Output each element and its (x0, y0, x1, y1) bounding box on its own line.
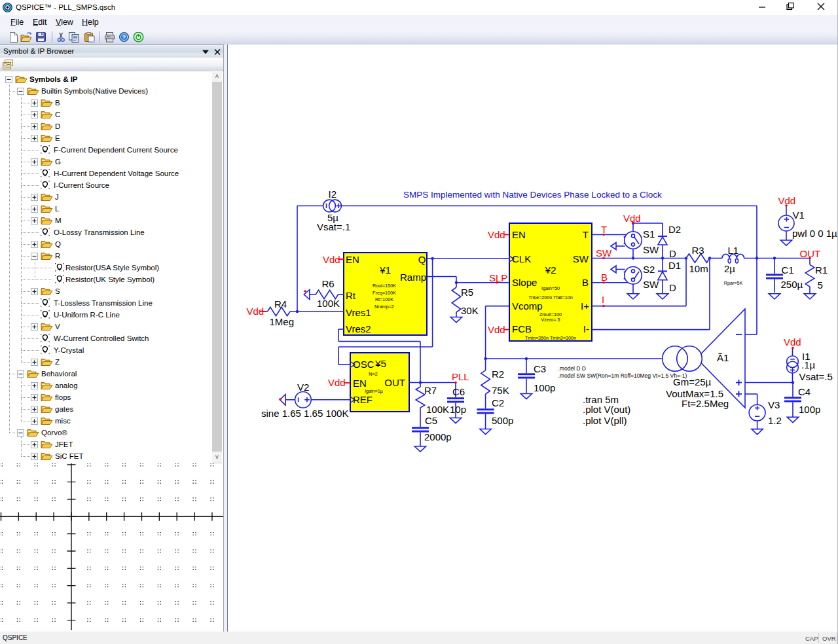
svg-text:Igain=1µ: Igain=1µ (365, 388, 383, 394)
svg-text:R4: R4 (274, 298, 287, 310)
svg-text:I: I (602, 294, 604, 305)
svg-text:C1: C1 (782, 264, 794, 276)
svg-text:D2: D2 (668, 224, 681, 235)
svg-text:Vdd: Vdd (328, 377, 346, 388)
svg-text:C2: C2 (492, 397, 504, 408)
svg-text:OSC: OSC (353, 359, 374, 370)
svg-text:OUT: OUT (800, 248, 821, 259)
svg-text:Vdd: Vdd (778, 195, 796, 206)
svg-text:EN: EN (346, 254, 359, 265)
svg-text:Trise=200n Tfall=10n: Trise=200n Tfall=10n (528, 295, 573, 300)
svg-text:I2: I2 (329, 188, 337, 200)
svg-text:pwl 0 0 1µ: pwl 0 0 1µ (792, 228, 837, 239)
svg-text:D1: D1 (668, 260, 681, 271)
svg-text:D: D (669, 248, 676, 259)
svg-text:N=2: N=2 (369, 371, 377, 377)
svg-text:C5: C5 (425, 415, 437, 426)
svg-text:100p: 100p (534, 382, 555, 393)
svg-text:.model SW SW(Ron=1m Roff=10Meg: .model SW SW(Ron=1m Roff=10Meg Vt=1.5 Vh… (558, 372, 687, 379)
svg-text:Vres2: Vres2 (346, 323, 371, 334)
svg-text:¥2: ¥2 (544, 264, 556, 276)
svg-text:Rt=100K: Rt=100K (375, 296, 393, 302)
svg-text:Nramp=2: Nramp=2 (374, 304, 394, 310)
svg-text:R1: R1 (815, 264, 828, 276)
svg-text:5: 5 (818, 279, 823, 291)
svg-text:250µ: 250µ (781, 279, 803, 290)
svg-text:Vdd: Vdd (488, 229, 505, 240)
svg-text:.plot V(pll): .plot V(pll) (583, 415, 627, 426)
svg-text:Vsat=.1: Vsat=.1 (317, 221, 350, 232)
svg-text:100K: 100K (426, 404, 449, 415)
svg-text:Rt: Rt (346, 290, 356, 301)
svg-text:EN: EN (512, 229, 526, 240)
svg-text:OUT: OUT (384, 377, 405, 388)
svg-text:R2: R2 (492, 368, 504, 380)
svg-text:.model D D: .model D D (558, 365, 587, 372)
svg-text:Slope: Slope (512, 277, 537, 288)
svg-text:B: B (601, 272, 608, 283)
svg-text:10m: 10m (689, 263, 708, 274)
svg-text:1.2: 1.2 (768, 415, 782, 426)
svg-text:C3: C3 (534, 363, 546, 374)
svg-text:?: ? (122, 33, 126, 41)
svg-text:¥1: ¥1 (379, 264, 391, 276)
svg-text:Vdd: Vdd (488, 324, 505, 335)
svg-text:R7: R7 (424, 385, 437, 396)
svg-text:Q: Q (418, 254, 426, 265)
svg-text:.1µ: .1µ (801, 359, 816, 370)
svg-text:SW: SW (573, 253, 589, 264)
svg-text:Rout=150K: Rout=150K (373, 283, 396, 289)
svg-text:Vdd: Vdd (623, 213, 641, 224)
svg-text:Vcomp: Vcomp (512, 300, 543, 312)
svg-text:Ã1: Ã1 (717, 352, 729, 363)
svg-text:SW: SW (596, 247, 612, 259)
svg-text:REF: REF (353, 394, 373, 405)
svg-text:V1: V1 (793, 209, 805, 221)
svg-text:Vdd: Vdd (784, 336, 801, 348)
svg-text:I+: I+ (581, 300, 589, 312)
svg-text:.plot V(out): .plot V(out) (583, 404, 630, 415)
svg-text:FCB: FCB (512, 323, 532, 334)
svg-text:CLK: CLK (512, 253, 531, 264)
svg-text:2µ: 2µ (724, 263, 735, 274)
svg-text:L1: L1 (728, 245, 739, 256)
svg-text:SW: SW (643, 279, 659, 290)
svg-text:SW: SW (643, 244, 659, 255)
svg-text:10p: 10p (450, 404, 466, 415)
svg-text:R5: R5 (461, 287, 473, 298)
svg-text:EN: EN (353, 378, 367, 389)
svg-text:¥5: ¥5 (374, 358, 386, 369)
svg-text:C6: C6 (452, 386, 465, 397)
svg-text:R6: R6 (322, 278, 335, 289)
svg-text:1Meg: 1Meg (270, 316, 295, 327)
svg-text:Ft=2.5Meg: Ft=2.5Meg (682, 398, 729, 409)
svg-text:Vres1: Vres1 (346, 307, 371, 318)
svg-text:SLP: SLP (489, 272, 507, 283)
svg-text:Vdd: Vdd (247, 306, 264, 317)
svg-text:T: T (583, 229, 589, 240)
svg-text:R3: R3 (692, 245, 704, 256)
svg-text:Vsat=.5: Vsat=.5 (799, 371, 833, 382)
svg-text:Tmin=350n Tmin2=300n: Tmin=350n Tmin2=300n (525, 335, 576, 341)
svg-text:2000p: 2000p (424, 431, 452, 442)
svg-text:100p: 100p (799, 404, 820, 415)
svg-text:500p: 500p (492, 415, 513, 426)
svg-text:PLL: PLL (452, 371, 469, 382)
svg-text:Vdd: Vdd (323, 254, 340, 265)
svg-text:Ramp: Ramp (400, 272, 426, 283)
svg-text:100K: 100K (317, 298, 340, 309)
svg-text:C4: C4 (798, 386, 811, 397)
svg-text:S1: S1 (643, 228, 655, 240)
svg-text:Rpar=5K: Rpar=5K (724, 280, 743, 286)
svg-text:75K: 75K (492, 385, 509, 396)
svg-text:S2: S2 (643, 264, 655, 275)
svg-text:B: B (582, 277, 589, 288)
svg-text:V2: V2 (297, 382, 309, 393)
svg-text:Freq=100K: Freq=100K (373, 290, 396, 296)
svg-text:SMPS Implemented with Native D: SMPS Implemented with Native Devices Pha… (403, 190, 662, 200)
svg-text:Igain=50: Igain=50 (541, 285, 560, 291)
svg-text:T: T (601, 224, 607, 235)
svg-text:I-: I- (583, 323, 589, 334)
svg-text:D: D (669, 282, 676, 293)
svg-text:V3: V3 (768, 399, 780, 410)
